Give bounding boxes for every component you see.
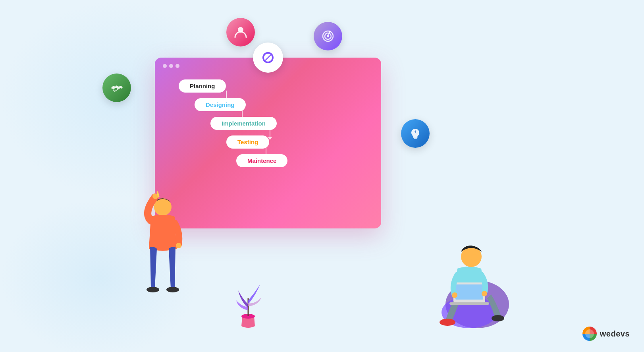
flow-pill-maintenance: Maintence (236, 154, 287, 167)
wedevs-icon (582, 327, 597, 341)
browser-dot-3 (175, 64, 179, 68)
browser-dots (163, 64, 179, 68)
decorative-plant (234, 279, 262, 326)
svg-point-24 (166, 287, 179, 292)
svg-rect-32 (449, 302, 489, 305)
flowchart: Planning Designing Implementation Testin… (179, 79, 287, 167)
browser-logo (253, 43, 283, 73)
flow-item-testing: Testing (226, 135, 287, 149)
main-scene: Planning Designing Implementation Testin… (0, 0, 644, 352)
wedevs-text: wedevs (600, 329, 630, 338)
svg-point-23 (147, 287, 159, 292)
flow-item-planning: Planning (179, 79, 287, 93)
person-icon (226, 18, 255, 46)
figure-left (135, 185, 191, 320)
browser-dot-1 (163, 64, 167, 68)
svg-rect-31 (455, 284, 483, 300)
svg-point-20 (152, 193, 158, 199)
decoration-dot (471, 254, 477, 261)
flow-item-maintenance: Maintence (236, 154, 287, 167)
flow-item-implementation: Implementation (210, 117, 287, 130)
wedevs-branding: wedevs (582, 327, 630, 341)
svg-point-28 (492, 315, 504, 321)
flow-item-designing: Designing (195, 98, 287, 111)
lightbulb-icon (401, 119, 430, 148)
flow-pill-planning: Planning (179, 79, 226, 93)
svg-point-37 (585, 329, 594, 338)
svg-point-33 (452, 292, 457, 298)
target-icon (314, 22, 342, 50)
handshake-icon (102, 73, 131, 102)
svg-point-34 (482, 291, 487, 296)
figure-right (426, 217, 505, 328)
svg-point-27 (440, 319, 455, 326)
svg-rect-16 (414, 138, 417, 139)
svg-rect-15 (413, 137, 418, 138)
svg-point-12 (327, 35, 329, 37)
svg-point-22 (176, 243, 181, 248)
browser-dot-2 (169, 64, 173, 68)
